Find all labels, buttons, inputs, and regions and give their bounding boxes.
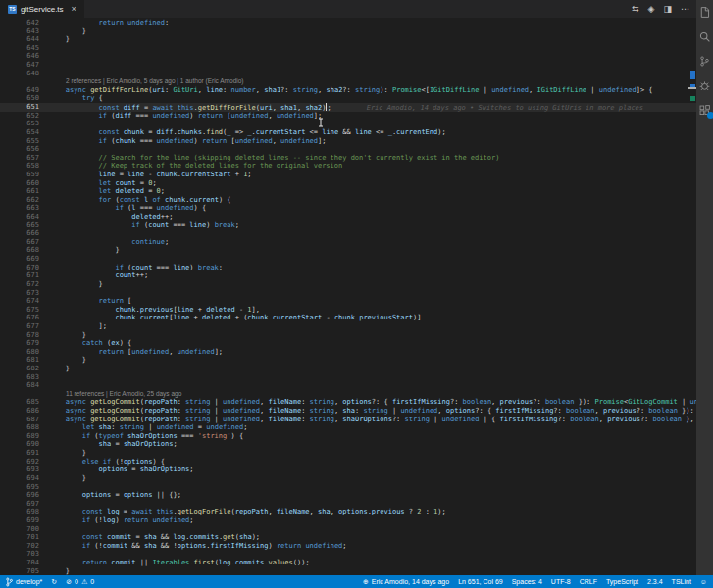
code-line[interactable]: 658 // Keep track of the deleted lines f…: [0, 162, 696, 171]
code-line[interactable]: 670 if (count === line) break;: [0, 264, 696, 272]
line-number[interactable]: 662: [0, 196, 49, 205]
line-number[interactable]: 645: [0, 44, 49, 53]
code-line[interactable]: 663 if (l === undefined) {: [0, 204, 696, 213]
feedback-smiley[interactable]: ☺: [700, 575, 707, 588]
code-line[interactable]: 688 let sha: string | undefined = undefi…: [0, 423, 696, 432]
line-number[interactable]: 685: [0, 398, 49, 407]
code-line[interactable]: 660 let count = 0;: [0, 179, 696, 188]
line-number[interactable]: 688: [0, 423, 49, 432]
line-number[interactable]: 692: [0, 458, 49, 466]
line-number[interactable]: 691: [0, 449, 49, 458]
code-line[interactable]: 699 if (!log) return undefined;: [0, 516, 696, 525]
line-number[interactable]: 653: [0, 120, 49, 128]
code-line[interactable]: 695: [0, 483, 696, 492]
line-number[interactable]: 658: [0, 162, 49, 171]
line-number[interactable]: 647: [0, 61, 49, 70]
line-number[interactable]: 651: [0, 103, 49, 112]
code-line[interactable]: 653: [0, 120, 696, 128]
code-line[interactable]: 664 deleted++;: [0, 213, 696, 221]
code-line[interactable]: 677 ];: [0, 322, 696, 331]
git-branch-indicator[interactable]: develop*: [6, 575, 42, 588]
line-number[interactable]: 700: [0, 525, 49, 534]
line-number[interactable]: 696: [0, 491, 49, 500]
code-line[interactable]: 674 return [: [0, 297, 696, 306]
line-number[interactable]: 644: [0, 35, 49, 44]
line-number[interactable]: 659: [0, 171, 49, 179]
typescript-version[interactable]: 2.3.4: [647, 575, 663, 588]
codelens-references[interactable]: 2 references | Eric Amodio, 5 days ago |…: [49, 77, 244, 84]
code-line[interactable]: 697: [0, 500, 696, 509]
line-number[interactable]: 648: [0, 70, 49, 78]
line-number[interactable]: 666: [0, 229, 49, 238]
line-number[interactable]: 664: [0, 213, 49, 221]
line-number[interactable]: 643: [0, 27, 49, 36]
code-line[interactable]: 702 if (!commit && sha && !options.first…: [0, 542, 696, 551]
code-line[interactable]: 659 line = line - chunk.currentStart + 1…: [0, 171, 696, 179]
line-number[interactable]: 680: [0, 348, 49, 357]
line-number[interactable]: 698: [0, 508, 49, 516]
code-line[interactable]: 669: [0, 255, 696, 264]
code-line[interactable]: 648: [0, 70, 696, 78]
code-line[interactable]: 700: [0, 525, 696, 534]
line-number[interactable]: 683: [0, 373, 49, 382]
code-line[interactable]: 668 }: [0, 246, 696, 255]
line-number[interactable]: 656: [0, 145, 49, 154]
sync-status[interactable]: ↻: [51, 575, 57, 588]
line-number[interactable]: 668: [0, 246, 49, 255]
line-number[interactable]: 661: [0, 187, 49, 196]
code-line[interactable]: 693 options = shaOrOptions;: [0, 466, 696, 474]
search-icon[interactable]: [698, 29, 712, 43]
cursor-position[interactable]: Ln 651, Col 69: [458, 575, 503, 588]
line-number[interactable]: 689: [0, 432, 49, 441]
code-line[interactable]: 657 // Search for the line (skipping del…: [0, 154, 696, 163]
line-number[interactable]: 697: [0, 500, 49, 509]
code-line[interactable]: 655 if (chunk === undefined) return [und…: [0, 137, 696, 146]
code-line[interactable]: 691 }: [0, 449, 696, 458]
code-line[interactable]: 684: [0, 381, 696, 390]
eol-status[interactable]: CRLF: [580, 575, 597, 588]
line-number[interactable]: 671: [0, 271, 49, 280]
code-line[interactable]: 701 const commit = sha && log.commits.ge…: [0, 533, 696, 542]
code-line[interactable]: 666: [0, 229, 696, 238]
code-line[interactable]: 675 chunk.previous[line + deleted - 1],: [0, 306, 696, 315]
error-warning-indicator[interactable]: ⊘ 0 ⚠ 0: [66, 575, 94, 588]
line-number[interactable]: 701: [0, 533, 49, 542]
line-number[interactable]: 642: [0, 19, 49, 27]
gitlens-blame-toggle-icon[interactable]: ◈: [648, 5, 655, 14]
line-number[interactable]: 649: [0, 86, 49, 95]
code-line[interactable]: 696 options = options || {};: [0, 491, 696, 500]
code-line[interactable]: 687 async getLogCommit(repoPath: string …: [0, 416, 696, 424]
line-number[interactable]: 672: [0, 280, 49, 289]
code-line[interactable]: 654 const chunk = diff.chunks.find(_ => …: [0, 128, 696, 137]
line-number[interactable]: 699: [0, 516, 49, 525]
line-number[interactable]: 687: [0, 416, 49, 424]
line-number[interactable]: 674: [0, 297, 49, 306]
line-number[interactable]: 679: [0, 339, 49, 348]
code-line[interactable]: 692 else if (!options) {: [0, 458, 696, 466]
code-line[interactable]: 678 }: [0, 331, 696, 340]
line-number[interactable]: [0, 390, 49, 399]
code-line[interactable]: 683: [0, 373, 696, 382]
encoding-status[interactable]: UTF-8: [551, 575, 571, 588]
line-number[interactable]: 650: [0, 94, 49, 103]
code-line[interactable]: 690 sha = shaOrOptions;: [0, 440, 696, 449]
code-line[interactable]: 650 try {: [0, 94, 696, 103]
codelens-references[interactable]: 11 references | Eric Amodio, 25 days ago: [49, 390, 181, 397]
tslint-status[interactable]: TSLint: [672, 575, 691, 588]
line-number[interactable]: 652: [0, 112, 49, 121]
codelens-row[interactable]: 11 references | Eric Amodio, 25 days ago: [0, 390, 696, 399]
code-line[interactable]: 672 }: [0, 280, 696, 289]
more-actions-icon[interactable]: ⋯: [681, 5, 689, 14]
line-number[interactable]: 654: [0, 128, 49, 137]
source-control-icon[interactable]: [698, 54, 712, 68]
code-line[interactable]: 649 async getDiffForLine(uri: GitUri, li…: [0, 86, 696, 95]
code-line[interactable]: 642 return undefined;: [0, 19, 696, 27]
tab-gitservice[interactable]: TS gitService.ts ×: [0, 0, 84, 18]
line-number[interactable]: 660: [0, 179, 49, 188]
split-editor-icon[interactable]: ◨: [663, 5, 672, 14]
explorer-icon[interactable]: [698, 5, 712, 19]
code-line[interactable]: 679 catch (ex) {: [0, 339, 696, 348]
code-line[interactable]: 646: [0, 52, 696, 61]
code-line[interactable]: 643 }: [0, 27, 696, 36]
code-line[interactable]: 644 }: [0, 35, 696, 44]
